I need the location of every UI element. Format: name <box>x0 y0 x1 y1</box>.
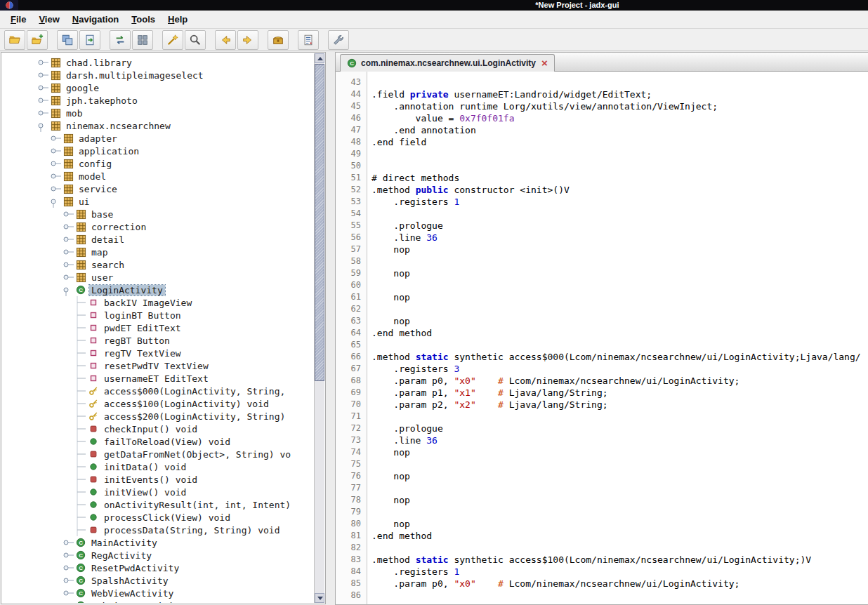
deobfuscation-button[interactable] <box>162 30 183 50</box>
expand-handle-icon[interactable] <box>37 94 48 107</box>
nav-back-button[interactable] <box>215 30 236 50</box>
tree-item-service[interactable]: service <box>2 182 315 195</box>
expand-handle-icon[interactable] <box>63 549 74 561</box>
menu-navigation[interactable]: Navigation <box>66 12 125 27</box>
tree-item-jph-takephoto[interactable]: jph.takephoto <box>2 94 315 107</box>
menu-help[interactable]: Help <box>162 12 194 27</box>
tree-item-getdatafromnet-object-string-vo[interactable]: getDataFromNet(Object>, String) vo <box>2 448 315 460</box>
expand-handle-icon[interactable] <box>50 145 61 157</box>
search-button[interactable] <box>185 30 206 50</box>
tree-item-spalshactivity[interactable]: CSpalshActivity <box>2 574 315 587</box>
archive-box-button[interactable] <box>268 30 289 50</box>
expand-handle-icon[interactable] <box>63 599 74 603</box>
tree-item-webviewactivity[interactable]: CWebViewActivity <box>2 587 315 599</box>
tree-item-access$100-loginactivity-void[interactable]: access$100(LoginActivity) void <box>2 397 315 410</box>
menu-view[interactable]: View <box>32 12 65 27</box>
add-files-button[interactable] <box>27 30 48 50</box>
tree-item-access$000-loginactivity-string[interactable]: access$000(LoginActivity, String, <box>2 385 315 397</box>
code-editor[interactable]: 4344.field private usernameET:Landroid/w… <box>336 72 868 604</box>
save-all-button[interactable] <box>57 30 78 50</box>
tree-item-map[interactable]: map <box>2 246 315 258</box>
tree-item-ninemax-ncsearchnew[interactable]: ninemax.ncsearchnew <box>2 119 315 132</box>
collapse-handle-icon[interactable] <box>50 195 61 208</box>
tree-item-pwdet-edittext[interactable]: pwdET EditText <box>2 321 315 334</box>
log-viewer-icon <box>302 34 315 46</box>
expand-handle-icon[interactable] <box>63 258 74 271</box>
tree-item-initview-void[interactable]: initView() void <box>2 486 315 498</box>
tree-item-mob[interactable]: mob <box>2 107 315 119</box>
tree-item-regtv-textview[interactable]: regTV TextView <box>2 347 315 359</box>
expand-handle-icon[interactable] <box>50 182 61 195</box>
expand-handle-icon[interactable] <box>63 587 74 599</box>
export-button[interactable] <box>79 30 100 50</box>
tree-item-loginbt-button[interactable]: loginBT Button <box>2 309 315 321</box>
scroll-down-icon[interactable] <box>315 593 324 603</box>
tree-item-darsh-multipleimageselect[interactable]: darsh.multipleimageselect <box>2 69 315 81</box>
expand-handle-icon[interactable] <box>50 170 61 182</box>
tree-item-processclick-view-void[interactable]: processClick(View) void <box>2 511 315 524</box>
menu-tools[interactable]: Tools <box>125 12 162 27</box>
tree-item-processdata-string-string-void[interactable]: processData(String, String) void <box>2 524 315 536</box>
tree-item-search[interactable]: search <box>2 258 315 271</box>
tree-item-loginactivity[interactable]: CLoginActivity <box>2 284 315 296</box>
settings-button[interactable] <box>328 30 349 50</box>
tree-item-correction[interactable]: correction <box>2 220 315 233</box>
expand-handle-icon[interactable] <box>63 271 74 284</box>
expand-handle-icon[interactable] <box>63 233 74 246</box>
tree-item-adapter[interactable]: adapter <box>2 132 315 145</box>
tree-item-mainactivity[interactable]: CMainActivity <box>2 536 315 549</box>
nav-forward-button[interactable] <box>237 30 258 50</box>
tree-scrollbar[interactable] <box>314 53 324 603</box>
tree-item-regactivity[interactable]: CRegActivity <box>2 549 315 561</box>
tree-item-chad-library[interactable]: chad.library <box>2 56 315 69</box>
flatten-packages-button[interactable] <box>132 30 153 50</box>
tree-item-user[interactable]: user <box>2 271 315 284</box>
expand-handle-icon[interactable] <box>63 220 74 233</box>
expand-handle-icon[interactable] <box>50 157 61 170</box>
tree-item-webviewkfactivity[interactable]: CWebViewKFActivity <box>2 599 315 603</box>
app-logo-icon[interactable] <box>0 0 18 11</box>
tree-item-onactivityresult-int-int-intent[interactable]: onActivityResult(int, int, Intent) <box>2 498 315 511</box>
scroll-up-icon[interactable] <box>315 53 324 63</box>
tree-item-usernameet-edittext[interactable]: usernameET EditText <box>2 372 315 385</box>
tree-item-resetpwdactivity[interactable]: CResetPwdActivity <box>2 561 315 574</box>
open-file-button[interactable] <box>4 30 25 50</box>
tree-item-config[interactable]: config <box>2 157 315 170</box>
tree-item-resetpwdtv-textview[interactable]: resetPwdTV TextView <box>2 359 315 372</box>
tree-item-google[interactable]: google <box>2 81 315 94</box>
tree-item-access$200-loginactivity-string[interactable]: access$200(LoginActivity, String) <box>2 410 315 423</box>
tab-loginactivity[interactable]: C com.ninemax.ncsearchnew.ui.LoginActivi… <box>340 54 555 72</box>
tree-item-regbt-button[interactable]: regBT Button <box>2 334 315 347</box>
tree-item-base[interactable]: base <box>2 208 315 220</box>
scrollbar-thumb[interactable] <box>315 64 324 381</box>
reload-button[interactable] <box>110 30 131 50</box>
panel-splitter[interactable] <box>326 52 335 605</box>
tree-item-application[interactable]: application <box>2 145 315 157</box>
tree-item-failtoreload-view-void[interactable]: failToReload(View) void <box>2 435 315 448</box>
tree-item-initdata-void[interactable]: initData() void <box>2 460 315 473</box>
expand-handle-icon[interactable] <box>63 208 74 220</box>
expand-handle-icon[interactable] <box>37 69 48 81</box>
expand-handle-icon[interactable] <box>50 132 61 145</box>
collapse-handle-icon[interactable] <box>37 119 48 132</box>
expand-handle-icon[interactable] <box>37 56 48 69</box>
tree-item-ui[interactable]: ui <box>2 195 315 208</box>
menu-file[interactable]: File <box>4 12 32 27</box>
window-titlebar[interactable]: *New Project - jadx-gui <box>0 0 868 11</box>
expand-handle-icon[interactable] <box>63 536 74 549</box>
tree-item-detail[interactable]: detail <box>2 233 315 246</box>
expand-handle-icon[interactable] <box>63 246 74 258</box>
expand-handle-icon[interactable] <box>63 574 74 587</box>
tree-item-label: getDataFromNet(Object>, String) vo <box>102 449 293 460</box>
tree-item-checkinput-void[interactable]: checkInput() void <box>2 423 315 435</box>
log-viewer-button[interactable] <box>298 30 319 50</box>
expand-handle-icon[interactable] <box>63 561 74 574</box>
tree-item-backiv-imageview[interactable]: backIV ImageView <box>2 296 315 309</box>
expand-handle-icon[interactable] <box>37 81 48 94</box>
tree-item-initevents-void[interactable]: initEvents() void <box>2 473 315 486</box>
tab-close-icon[interactable]: × <box>541 59 548 67</box>
collapse-handle-icon[interactable] <box>63 284 74 296</box>
tree-item-model[interactable]: model <box>2 170 315 182</box>
expand-handle-icon[interactable] <box>37 107 48 119</box>
code-line-64: 64.end method <box>336 327 868 339</box>
